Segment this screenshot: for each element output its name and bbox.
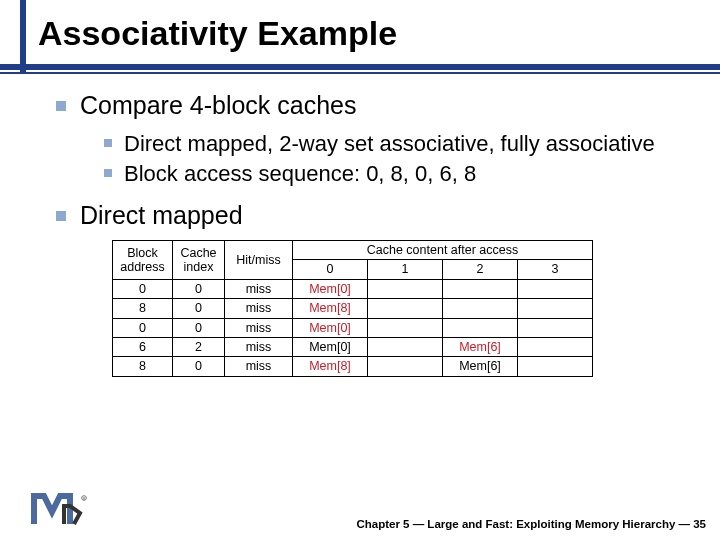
- bullet-text: Compare 4-block caches: [80, 91, 357, 120]
- table-cell: 0: [113, 279, 173, 298]
- table-row: 80missMem[8]: [113, 299, 593, 318]
- table-cell: [518, 337, 593, 356]
- table-cell: miss: [225, 318, 293, 337]
- table-header-row: Block address Cache index Hit/miss Cache…: [113, 241, 593, 260]
- table-cell: miss: [225, 357, 293, 376]
- table-cell: [368, 318, 443, 337]
- table-cell: 0: [173, 357, 225, 376]
- bullet-sub-1a: Direct mapped, 2-way set associative, fu…: [104, 130, 680, 158]
- table-cell: Mem[6]: [443, 357, 518, 376]
- table-row: 80missMem[8]Mem[6]: [113, 357, 593, 376]
- table-cell: Mem[8]: [293, 357, 368, 376]
- hdr-cache-content: Cache content after access: [293, 241, 593, 260]
- table-cell: miss: [225, 337, 293, 356]
- table-cell: Mem[0]: [293, 337, 368, 356]
- table-cell: 0: [113, 318, 173, 337]
- bullet-text: Block access sequence: 0, 8, 0, 6, 8: [124, 160, 476, 188]
- table-cell: 0: [173, 318, 225, 337]
- table-cell: miss: [225, 299, 293, 318]
- table-cell: 8: [113, 357, 173, 376]
- table-cell: 8: [113, 299, 173, 318]
- table-cell: Mem[0]: [293, 279, 368, 298]
- table-cell: 2: [173, 337, 225, 356]
- hdr-col-0: 0: [293, 260, 368, 279]
- table-cell: 6: [113, 337, 173, 356]
- hdr-cache-index: Cache index: [173, 241, 225, 280]
- table-row: 00missMem[0]: [113, 279, 593, 298]
- table-cell: Mem[6]: [443, 337, 518, 356]
- slide-title: Associativity Example: [38, 14, 720, 53]
- table-cell: [368, 299, 443, 318]
- hdr-hit-miss: Hit/miss: [225, 241, 293, 280]
- bullet-sub-1b: Block access sequence: 0, 8, 0, 6, 8: [104, 160, 680, 188]
- table-cell: Mem[8]: [293, 299, 368, 318]
- hdr-block-address: Block address: [113, 241, 173, 280]
- bullet-square-icon: [104, 139, 112, 147]
- table-row: 00missMem[0]: [113, 318, 593, 337]
- table-cell: 0: [173, 299, 225, 318]
- cache-table: Block address Cache index Hit/miss Cache…: [112, 240, 593, 377]
- table-cell: [518, 318, 593, 337]
- table-cell: [368, 279, 443, 298]
- table-cell: [368, 357, 443, 376]
- table-cell: miss: [225, 279, 293, 298]
- table-cell: [518, 357, 593, 376]
- table-cell: [443, 318, 518, 337]
- hdr-col-1: 1: [368, 260, 443, 279]
- slide-footer: Chapter 5 — Large and Fast: Exploiting M…: [356, 518, 706, 530]
- table-cell: [518, 299, 593, 318]
- publisher-logo: R: [30, 492, 96, 532]
- bullet-main-1: Compare 4-block caches: [56, 91, 680, 120]
- table-cell: [518, 279, 593, 298]
- bullet-text: Direct mapped, 2-way set associative, fu…: [124, 130, 655, 158]
- bullet-square-icon: [104, 169, 112, 177]
- bullet-text: Direct mapped: [80, 201, 243, 230]
- svg-text:R: R: [83, 497, 86, 501]
- bullet-square-icon: [56, 101, 66, 111]
- table-cell: [443, 279, 518, 298]
- hdr-col-2: 2: [443, 260, 518, 279]
- bullet-square-icon: [56, 211, 66, 221]
- table-cell: Mem[0]: [293, 318, 368, 337]
- table-cell: 0: [173, 279, 225, 298]
- hdr-col-3: 3: [518, 260, 593, 279]
- table-row: 62missMem[0]Mem[6]: [113, 337, 593, 356]
- bullet-main-2: Direct mapped: [56, 201, 680, 230]
- table-cell: [443, 299, 518, 318]
- table-cell: [368, 337, 443, 356]
